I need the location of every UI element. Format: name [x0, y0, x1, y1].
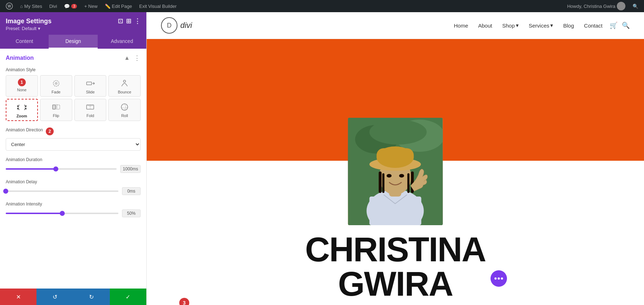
section-more-icon[interactable]: ⋮: [133, 54, 141, 62]
wp-logo-button[interactable]: W: [3, 0, 16, 12]
svg-rect-22: [377, 148, 414, 163]
wp-icon: W: [6, 3, 13, 10]
animation-delay-track[interactable]: [6, 190, 118, 192]
nav-services[interactable]: Services ▾: [529, 22, 553, 29]
tab-content[interactable]: Content: [0, 35, 49, 49]
animation-title: Animation: [6, 55, 34, 61]
roll-icon: [119, 102, 130, 112]
svg-point-15: [370, 120, 427, 145]
cart-icon[interactable]: 🛒: [610, 21, 618, 29]
anim-option-fold[interactable]: Fold: [74, 99, 107, 121]
svg-rect-4: [87, 82, 92, 85]
animation-style-grid: 1 None Fade: [6, 75, 141, 121]
exit-builder-button[interactable]: Exit Visual Builder: [136, 0, 180, 12]
intensity-fill: [6, 213, 62, 214]
undo-button[interactable]: ↺: [36, 289, 73, 305]
svg-point-28: [399, 174, 404, 178]
edit-page-button[interactable]: ✏️ Edit Page: [102, 0, 135, 12]
animation-style-label: Animation Style: [6, 67, 141, 72]
nav-icons: 🛒 🔍: [610, 21, 630, 29]
anim-option-bounce[interactable]: Bounce: [108, 75, 141, 97]
nav-home[interactable]: Home: [454, 23, 468, 29]
panel-title-icons: ⊡ ⊞ ⋮: [118, 17, 141, 25]
profile-image: [348, 118, 443, 225]
animation-duration-slider-row: 1000ms: [6, 165, 141, 173]
divi-menu[interactable]: Divi: [47, 0, 60, 12]
nav-about[interactable]: About: [478, 23, 492, 29]
tab-design[interactable]: Design: [49, 35, 97, 49]
panel-body: Animation ▲ ⋮ Animation Style 1 None: [0, 49, 146, 289]
shop-chevron: ▾: [516, 22, 519, 29]
admin-bar: W ⌂ My Sites Divi 💬 3 + New ✏️ Edit Page…: [0, 0, 644, 12]
anim-zoom-label: Zoom: [16, 114, 27, 118]
logo-d: D: [167, 22, 172, 29]
anim-fold-label: Fold: [87, 113, 94, 118]
avatar: [617, 2, 625, 10]
svg-rect-23: [379, 171, 382, 193]
anim-option-none[interactable]: 1 None: [6, 75, 38, 97]
grid-icon[interactable]: ⊞: [126, 17, 131, 25]
admin-bar-right: Howdy, Christina Gwira 🔍: [564, 2, 641, 10]
delay-thumb[interactable]: [3, 189, 8, 194]
anim-option-slide[interactable]: Slide: [74, 75, 107, 97]
animation-intensity-value: 50%: [122, 209, 141, 217]
more-icon[interactable]: ⋮: [134, 17, 141, 25]
flip-icon: [51, 102, 61, 112]
animation-intensity-field: Animation Intensity 50%: [6, 202, 141, 217]
profile-image-container: [348, 118, 443, 225]
page-content: CHRISTINA GWIRA: [147, 39, 644, 305]
anim-option-fade[interactable]: Fade: [40, 75, 72, 97]
svg-point-5: [123, 80, 126, 82]
fade-icon: [51, 78, 61, 88]
animation-intensity-label: Animation Intensity: [6, 202, 141, 207]
animation-direction-label: Animation Direction: [6, 127, 43, 132]
anim-option-zoom[interactable]: Zoom: [6, 99, 38, 121]
anim-bounce-label: Bounce: [118, 90, 131, 94]
animation-duration-value: 1000ms: [120, 165, 141, 173]
anim-option-flip[interactable]: Flip: [40, 99, 72, 121]
home-icon: ⌂: [20, 4, 23, 9]
logo-circle: D: [161, 17, 177, 34]
tab-advanced[interactable]: Advanced: [98, 35, 146, 49]
cancel-button[interactable]: ✕: [0, 289, 36, 305]
svg-rect-25: [382, 173, 385, 193]
chat-dot-3: [501, 277, 503, 280]
anim-option-roll[interactable]: Roll: [108, 99, 141, 121]
nav-shop[interactable]: Shop ▾: [502, 22, 519, 29]
nav-contact[interactable]: Contact: [584, 23, 602, 29]
animation-intensity-track[interactable]: [6, 213, 118, 214]
undo-icon: ↺: [53, 294, 57, 300]
duration-thumb[interactable]: [53, 166, 58, 171]
anim-fade-label: Fade: [52, 90, 60, 94]
hero-section: [147, 39, 644, 161]
animation-duration-track[interactable]: [6, 168, 117, 170]
intensity-thumb[interactable]: [60, 211, 65, 216]
panel-preset[interactable]: Preset: Default ▾: [6, 26, 141, 31]
chat-bubble[interactable]: [491, 270, 507, 287]
redo-button[interactable]: ↻: [73, 289, 110, 305]
anim-none-label: None: [17, 88, 26, 92]
site-logo: D divi: [161, 17, 192, 34]
search-bar-button[interactable]: 🔍: [630, 4, 641, 9]
my-sites-menu[interactable]: ⌂ My Sites: [17, 0, 45, 12]
comments-menu[interactable]: 💬 3: [61, 0, 80, 12]
animation-style-field: Animation Style 1 None: [6, 67, 141, 121]
zoom-icon: [17, 102, 27, 112]
logo-text: divi: [180, 21, 192, 30]
search-icon[interactable]: 🔍: [622, 21, 630, 29]
expand-icon[interactable]: ⊡: [118, 17, 123, 25]
comments-badge: 3: [71, 4, 77, 9]
nav-blog[interactable]: Blog: [563, 23, 574, 29]
save-button[interactable]: ✓ 3: [110, 289, 146, 305]
anim-flip-label: Flip: [53, 113, 59, 118]
howdy-menu[interactable]: Howdy, Christina Gwira: [564, 2, 628, 10]
edit-icon: ✏️: [105, 4, 111, 9]
svg-rect-7: [57, 105, 60, 109]
cancel-icon: ✕: [16, 294, 21, 300]
new-menu[interactable]: + New: [81, 0, 100, 12]
panel-footer: ✕ ↺ ↻ ✓ 3: [0, 289, 146, 305]
panel-title-row: Image Settings ⊡ ⊞ ⋮: [6, 17, 141, 25]
animation-direction-select[interactable]: Center Top Bottom Left Right: [6, 138, 141, 151]
collapse-icon[interactable]: ▲: [123, 54, 131, 62]
direction-label-row: Animation Direction 2: [6, 127, 141, 135]
